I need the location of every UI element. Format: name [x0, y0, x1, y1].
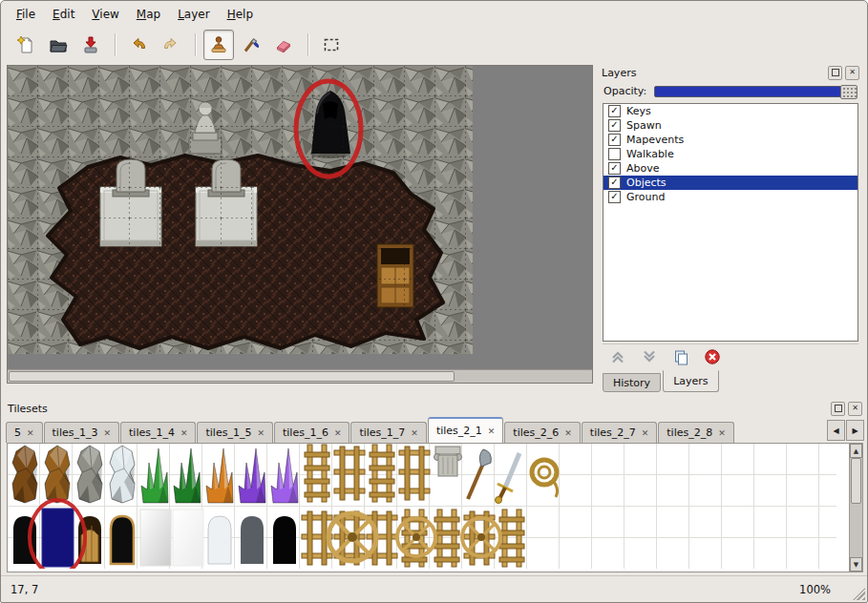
tileset-tab[interactable]: tiles_1_5✕: [197, 422, 272, 443]
stamp-tool-button[interactable]: [203, 30, 234, 60]
tab-close-icon[interactable]: ✕: [103, 428, 111, 438]
down-arrow-icon: ▼: [854, 561, 858, 569]
layer-row[interactable]: ✓ Spawn: [603, 118, 857, 133]
tileset-vertical-scrollbar[interactable]: ▲ ▼: [849, 444, 862, 572]
tab-close-icon[interactable]: ✕: [564, 428, 572, 438]
tab-close-icon[interactable]: ✕: [257, 428, 265, 438]
tileset-tab[interactable]: tiles_2_8✕: [658, 422, 733, 443]
tab-close-icon[interactable]: ✕: [180, 428, 188, 438]
tileset-tabbar: 5✕ tiles_1_3✕ tiles_1_4✕ tiles_1_5✕ tile…: [6, 418, 864, 443]
opacity-slider[interactable]: [654, 86, 857, 97]
close-dock-button[interactable]: ✕: [848, 402, 862, 416]
tileset-tab[interactable]: tiles_1_6✕: [274, 422, 349, 443]
tab-close-icon[interactable]: ✕: [411, 428, 418, 438]
delete-layer-button[interactable]: [703, 347, 722, 366]
redo-curved-arrow-icon: [160, 34, 181, 55]
menu-file[interactable]: File: [8, 5, 44, 24]
layer-row[interactable]: ✓ Keys: [603, 104, 857, 118]
tileset-tab-label: tiles_1_7: [359, 426, 405, 439]
tab-history[interactable]: History: [603, 373, 661, 392]
menu-edit[interactable]: Edit: [44, 5, 83, 24]
menu-map[interactable]: Map: [128, 5, 169, 24]
tileset-tab[interactable]: tiles_2_7✕: [582, 422, 657, 443]
stamp-icon: [208, 34, 229, 55]
tileset-tab[interactable]: tiles_1_7✕: [350, 422, 426, 443]
tileset-tab[interactable]: 5✕: [6, 422, 43, 443]
move-layer-down-button[interactable]: [640, 347, 659, 366]
tileset-tab-active[interactable]: tiles_2_1✕: [428, 417, 503, 443]
scroll-up-button[interactable]: ▲: [850, 444, 862, 458]
float-dock-button[interactable]: [828, 66, 842, 80]
vscroll-thumb[interactable]: [851, 458, 861, 504]
undo-button[interactable]: [123, 30, 154, 60]
new-map-button[interactable]: [11, 30, 41, 60]
map-image[interactable]: [8, 66, 473, 354]
opacity-row: Opacity:: [598, 80, 863, 97]
zoom-level: 100%: [799, 583, 831, 596]
statusbar: 17, 7 100%: [1, 575, 867, 602]
map-horizontal-scrollbar[interactable]: [8, 369, 592, 383]
map-viewport[interactable]: [8, 66, 592, 370]
eraser-tool-button[interactable]: [268, 30, 299, 60]
tileset-canvas[interactable]: ▲ ▼: [7, 443, 863, 572]
layers-dock-titlebar: Layers ✕: [598, 65, 863, 80]
redo-button[interactable]: [156, 30, 186, 60]
layers-list[interactable]: ✓ Keys ✓ Spawn ✓ Mapevents Walkable ✓ Ab…: [603, 103, 858, 342]
brush-tool-button[interactable]: [236, 30, 266, 60]
tilesets-dock: Tilesets ✕ 5✕ tiles_1_3✕ tiles_1_4✕ tile…: [4, 401, 866, 575]
layer-checkbox[interactable]: ✓: [608, 191, 621, 203]
layer-checkbox[interactable]: ✓: [608, 105, 621, 117]
menubar: File Edit View Map Layer Help: [4, 3, 864, 26]
toolbar-separator: [115, 33, 116, 56]
layer-checkbox[interactable]: ✓: [608, 162, 621, 175]
layer-row[interactable]: ✓ Above: [603, 161, 857, 176]
layer-row[interactable]: ✓ Mapevents: [603, 133, 857, 147]
tileset-tab[interactable]: tiles_1_3✕: [44, 422, 119, 443]
close-dock-button[interactable]: ✕: [845, 66, 859, 80]
layer-tools-row: [603, 343, 858, 369]
layer-checkbox[interactable]: ✓: [608, 134, 621, 146]
tab-close-icon[interactable]: ✕: [642, 428, 649, 438]
layer-checkbox[interactable]: ✓: [608, 119, 621, 132]
scroll-down-button[interactable]: ▼: [850, 557, 862, 572]
close-icon: ✕: [849, 69, 856, 76]
tab-scroll-left-button[interactable]: ◀: [827, 420, 845, 441]
menu-view[interactable]: View: [83, 5, 127, 24]
map-canvas[interactable]: [7, 65, 593, 384]
layer-checkbox[interactable]: [608, 148, 621, 160]
resize-grip[interactable]: [853, 588, 865, 600]
tileset-image[interactable]: [8, 444, 836, 569]
tab-close-icon[interactable]: ✕: [27, 428, 34, 438]
menu-layer[interactable]: Layer: [169, 5, 218, 24]
delete-icon: [704, 348, 721, 365]
open-folder-icon: [48, 34, 69, 55]
layer-row-selected[interactable]: ✓ Objects: [603, 176, 857, 190]
tab-layers[interactable]: Layers: [663, 370, 718, 392]
menu-file-label: File: [16, 8, 35, 21]
duplicate-layer-button[interactable]: [671, 347, 690, 366]
move-layer-up-button[interactable]: [608, 347, 627, 366]
layer-name: Above: [626, 162, 660, 175]
tab-close-icon[interactable]: ✕: [488, 426, 496, 436]
tileset-tab-label: tiles_2_1: [436, 425, 482, 437]
map-hscroll-thumb[interactable]: [9, 371, 455, 382]
menu-help[interactable]: Help: [219, 5, 262, 24]
menu-map-label: Map: [137, 8, 160, 21]
tab-history-label: History: [613, 377, 650, 389]
layer-row[interactable]: Walkable: [603, 147, 857, 161]
open-map-button[interactable]: [43, 30, 74, 60]
tileset-tab[interactable]: tiles_1_4✕: [120, 422, 196, 443]
menu-help-label: Help: [227, 8, 253, 21]
new-file-icon: [15, 34, 36, 55]
layer-checkbox[interactable]: ✓: [608, 177, 621, 189]
layer-row[interactable]: ✓ Ground: [603, 190, 857, 204]
tab-close-icon[interactable]: ✕: [334, 428, 342, 438]
float-dock-button[interactable]: [831, 402, 845, 416]
save-map-button[interactable]: [75, 30, 106, 60]
opacity-slider-handle[interactable]: [840, 85, 857, 99]
left-arrow-icon: ◀: [833, 426, 838, 435]
select-tool-button[interactable]: [316, 30, 347, 60]
tab-scroll-right-button[interactable]: ▶: [846, 420, 864, 441]
tab-close-icon[interactable]: ✕: [718, 428, 726, 438]
tileset-tab[interactable]: tiles_2_6✕: [504, 422, 580, 443]
